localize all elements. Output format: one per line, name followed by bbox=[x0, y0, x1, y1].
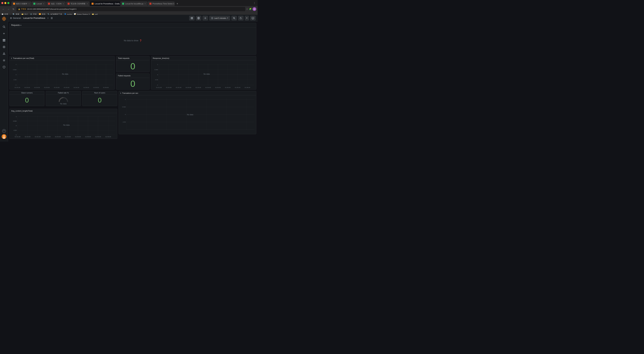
time-range-picker[interactable]: Last 5 minutes ▾ bbox=[209, 16, 230, 21]
requests-stats-column: Total requests 0 Failed requests 0 bbox=[116, 56, 150, 90]
close-window-button[interactable] bbox=[1, 2, 3, 4]
svg-text:01:52:30: 01:52:30 bbox=[35, 136, 40, 138]
svg-rect-10 bbox=[4, 41, 5, 42]
tab-write-csdn[interactable]: 写文章-CSDN博客 ✕ bbox=[66, 1, 90, 6]
avg-content-length-body: 1 0.500 0 -0.50 -1 No data 01:51:30 01:5… bbox=[10, 113, 117, 138]
share-icon[interactable]: ⇶ bbox=[51, 17, 52, 19]
sidebar-item-search[interactable] bbox=[1, 24, 7, 30]
dashboard-settings-button[interactable] bbox=[202, 16, 208, 21]
forward-button[interactable]: → bbox=[6, 7, 10, 11]
reload-button[interactable]: ↻ bbox=[12, 7, 16, 11]
sidebar-item-help[interactable]: ? bbox=[2, 129, 6, 133]
svg-point-12 bbox=[4, 47, 4, 47]
tab-csdn[interactable]: 动态 - CSDN ✕ bbox=[46, 1, 66, 6]
svg-text:0.500: 0.500 bbox=[13, 69, 16, 71]
time-range-label: Last 5 minutes bbox=[214, 17, 226, 19]
grafana-app: + bbox=[0, 15, 258, 142]
grafana-sidebar: + bbox=[0, 15, 8, 142]
svg-rect-8 bbox=[4, 39, 5, 40]
slave-runners-header: Slave runners bbox=[10, 91, 44, 95]
response-time-body: 1 0.500 0 -0.50 -1 No data 01:51:30 01:5… bbox=[151, 60, 256, 89]
svg-text:No data: No data bbox=[187, 114, 193, 116]
avg-content-length-panel: Avg_content_length(Total) bbox=[10, 109, 117, 139]
svg-text:-1: -1 bbox=[157, 84, 158, 86]
requests-chevron-icon[interactable]: ▾ bbox=[20, 24, 21, 26]
tab-close-write-csdn[interactable]: ✕ bbox=[86, 3, 88, 5]
svg-text:01:52:00: 01:52:00 bbox=[24, 87, 30, 88]
maximize-window-button[interactable] bbox=[8, 2, 10, 4]
save-dashboard-button[interactable] bbox=[196, 16, 201, 21]
svg-text:01:53:30: 01:53:30 bbox=[196, 87, 201, 88]
page-title: Locust for Prometheus bbox=[23, 17, 45, 19]
svg-text:0: 0 bbox=[157, 74, 158, 76]
failed-requests-panel: Failed requests 0 bbox=[116, 74, 150, 90]
tab-locust[interactable]: Locust ✕ bbox=[32, 1, 46, 6]
small-stats-row: Slave runners 0 Failed rate % bbox=[10, 91, 117, 106]
tab-close-locust2[interactable]: ✕ bbox=[144, 3, 146, 5]
sidebar-item-settings[interactable] bbox=[1, 57, 7, 63]
tab-prometheus[interactable]: Prometheus Time Series Colle... ✕ bbox=[148, 1, 174, 6]
total-requests-panel: Total requests 0 bbox=[116, 56, 150, 72]
back-button[interactable]: ← bbox=[1, 7, 5, 11]
transactions-total-chart: 1 0.500 0 -0.50 -1 No data 01:51:30 01:5… bbox=[10, 61, 114, 88]
grafana-logo[interactable] bbox=[1, 16, 7, 22]
svg-rect-19 bbox=[191, 17, 192, 18]
svg-text:01:55:00: 01:55:00 bbox=[225, 87, 230, 88]
svg-text:0: 0 bbox=[125, 114, 126, 115]
breadcrumb-section[interactable]: General bbox=[13, 17, 21, 19]
svg-text:01:54:00: 01:54:00 bbox=[65, 136, 71, 138]
refresh-button[interactable] bbox=[238, 16, 244, 21]
favorite-star-icon[interactable]: ☆ bbox=[47, 17, 49, 19]
minimize-window-button[interactable] bbox=[4, 2, 6, 4]
tab-label-prometheus: Prometheus Time Series Colle... bbox=[152, 3, 174, 5]
security-icon: 🔒 bbox=[18, 8, 20, 10]
tab-label-write-csdn: 写文章-CSDN博客 bbox=[70, 3, 86, 5]
sidebar-item-explore[interactable] bbox=[1, 44, 7, 50]
sidebar-item-shield[interactable] bbox=[1, 64, 7, 70]
tab-grafana[interactable]: Locust for Prometheus - Grafa... ✕ bbox=[90, 1, 120, 6]
tab-locust2[interactable]: Locust for locustfile.py ✕ bbox=[120, 1, 148, 6]
new-tab-button[interactable]: + bbox=[175, 1, 180, 6]
user-avatar[interactable] bbox=[2, 134, 6, 139]
browser-menu-icon[interactable]: ⋮ bbox=[253, 2, 256, 4]
svg-rect-22 bbox=[192, 18, 193, 19]
browser-controls: ← → ↻ 🔒 不安全 10.0.0.100:3000/d/KjlO9Ri7z/… bbox=[0, 6, 258, 12]
svg-point-17 bbox=[3, 135, 5, 137]
browser-chrome: 收到 3 封邮件 ✕ Locust ✕ 动态 - CSDN ✕ 写文章-CSDN… bbox=[0, 0, 258, 15]
num-users-title: Num of users bbox=[94, 92, 105, 94]
transactions-per-sec-title: Transations per sec bbox=[122, 92, 138, 94]
svg-point-15 bbox=[4, 60, 4, 61]
tv-mode-button[interactable] bbox=[250, 16, 256, 21]
address-bar[interactable]: 🔒 不安全 10.0.0.100:3000/d/KjlO9Ri7z/locust… bbox=[16, 7, 245, 11]
extensions-icon[interactable]: 🧩 bbox=[249, 8, 252, 10]
svg-text:-0.50: -0.50 bbox=[155, 79, 158, 81]
tab-close-csdn[interactable]: ✕ bbox=[62, 3, 64, 5]
tab-favicon-locust bbox=[33, 3, 36, 5]
tab-close-mail[interactable]: ✕ bbox=[28, 3, 30, 5]
svg-text:01:54:00: 01:54:00 bbox=[64, 87, 70, 88]
avg-content-length-chart: 1 0.500 0 -0.50 -1 No data 01:51:30 01:5… bbox=[10, 114, 116, 138]
refresh-dropdown-button[interactable]: ▾ bbox=[245, 16, 249, 21]
transactions-per-sec-chart: 1 0.500 0 -0.50 No data bbox=[120, 96, 256, 133]
failed-rate-panel: Failed rate % No data bbox=[46, 91, 81, 106]
tab-close-locust[interactable]: ✕ bbox=[43, 3, 44, 5]
tab-mail[interactable]: 收到 3 封邮件 ✕ bbox=[12, 1, 31, 6]
svg-text:-1: -1 bbox=[15, 84, 16, 86]
sidebar-item-add[interactable]: + bbox=[1, 31, 7, 37]
profile-icon[interactable]: A bbox=[252, 7, 256, 11]
sidebar-item-alerting[interactable] bbox=[1, 51, 7, 57]
requests-panel-body: No data to show ❓ bbox=[10, 28, 256, 54]
response-time-title: Response_time(ms) bbox=[153, 57, 169, 59]
tab-label-mail: 收到 3 封邮件 bbox=[16, 3, 27, 5]
svg-rect-33 bbox=[252, 17, 254, 19]
total-requests-value: 0 bbox=[130, 62, 135, 71]
bottom-panel-row: Slave runners 0 Failed rate % bbox=[10, 91, 256, 139]
zoom-out-button[interactable] bbox=[232, 16, 237, 21]
help-icon[interactable]: ❓ bbox=[139, 40, 142, 42]
time-range-chevron-icon: ▾ bbox=[227, 17, 228, 19]
svg-text:-0.50: -0.50 bbox=[13, 79, 16, 81]
bookmark-star-icon[interactable]: ☆ bbox=[246, 8, 248, 10]
sidebar-item-dashboards[interactable] bbox=[1, 37, 7, 43]
failed-rate-header: Failed rate % bbox=[46, 91, 81, 95]
panel-edit-button[interactable] bbox=[189, 16, 194, 21]
